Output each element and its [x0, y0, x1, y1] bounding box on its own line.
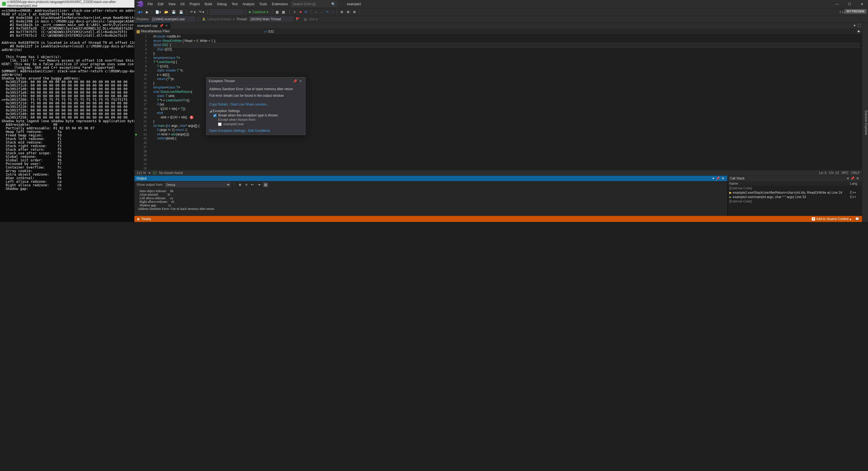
tb-icon-2[interactable]: ▦ — [281, 9, 286, 14]
thread-combo[interactable]: [30264] Main Thread — [249, 16, 293, 22]
tb-extra-2[interactable]: ⚙ — [346, 9, 351, 14]
callstack-pin-icon[interactable]: 📌 — [849, 176, 856, 180]
exception-pin-icon[interactable]: 📌 — [292, 79, 298, 83]
nav-split-button[interactable]: ✚ — [857, 29, 861, 34]
process-combo[interactable]: [13464] example2.exe — [151, 16, 195, 22]
redo-button[interactable]: ↷ ▾ — [198, 9, 205, 14]
menu-view[interactable]: View — [166, 0, 178, 8]
open-exception-settings-link[interactable]: Open Exception Settings — [209, 129, 245, 133]
copy-details-link[interactable]: Copy Details — [209, 102, 228, 106]
tb-extra-1[interactable]: ⚙ — [339, 9, 344, 14]
undo-button[interactable]: ↶ ▾ — [189, 9, 196, 14]
add-source-control[interactable]: Add to Source Control — [816, 217, 848, 221]
menu-debug[interactable]: Debug — [215, 0, 229, 8]
tab-dropdown-button[interactable]: ▾ — [852, 23, 857, 29]
nav-member[interactable]: ▭S32 — [263, 30, 275, 33]
except-item-checkbox[interactable] — [218, 123, 222, 126]
output-title: Output — [136, 176, 147, 180]
output-body[interactable]: Intra object redzone: bb ASan internal: … — [134, 188, 727, 216]
exception-close-icon[interactable]: ✕ — [298, 79, 303, 83]
search-box[interactable]: Search (Ctrl+Q) 🔍 — [291, 1, 337, 7]
zoom-level[interactable]: 111 % — [136, 171, 146, 175]
break-checkbox[interactable] — [213, 114, 217, 117]
fold-column[interactable] — [150, 35, 153, 170]
console-body[interactable]: ==13464==ERROR: AddressSanitizer: stack-… — [0, 8, 134, 192]
close-button[interactable]: ✕ — [856, 0, 868, 8]
live-share-link[interactable]: Start Live Share session... — [230, 102, 269, 106]
console-titlebar[interactable]: c:\MSDN\cpp-docs-pr\docs\c-language\ASAN… — [0, 0, 134, 8]
stack-frame-button[interactable]: ▦ — [303, 17, 308, 22]
vs-titlebar[interactable]: File Edit View Git Project Build Debug T… — [134, 0, 868, 8]
show-output-combo[interactable]: Debug — [165, 182, 230, 188]
menu-git[interactable]: Git — [178, 0, 187, 8]
save-button[interactable]: 💾 — [170, 9, 177, 14]
output-indent-icon[interactable]: ⇥ — [256, 182, 261, 187]
console-window: c:\MSDN\cpp-docs-pr\docs\c-language\ASAN… — [0, 0, 134, 222]
save-all-button[interactable]: 💾 — [178, 9, 184, 14]
output-close-icon[interactable]: ✕ — [721, 176, 725, 180]
callstack-dropdown-icon[interactable]: ▾ — [846, 176, 849, 180]
output-toggle-icon[interactable]: ≡ — [244, 182, 248, 187]
menu-tools[interactable]: Tools — [257, 0, 269, 8]
plus-icon[interactable]: + — [812, 217, 815, 221]
callstack-close-icon[interactable]: ✕ — [856, 176, 860, 180]
step-over-button[interactable]: ↷ — [325, 9, 330, 14]
status-ready: Ready — [142, 217, 151, 221]
lifecycle-label[interactable]: Lifecycle Events — [208, 17, 231, 21]
step-into-button[interactable]: ↓ — [320, 9, 323, 14]
restart-button[interactable]: ⟳ — [304, 9, 309, 14]
col-lang[interactable]: Lang — [848, 181, 862, 186]
side-tab-solution-explorer[interactable]: Solution Explorer — [864, 110, 868, 135]
config-combo[interactable] — [210, 9, 243, 15]
callstack-row[interactable]: [External Code] — [727, 186, 862, 191]
nav-back-button[interactable]: ◀ ▾ — [136, 9, 144, 14]
hex-label[interactable]: hex ▾ — [310, 17, 317, 21]
tab-fullscreen-button[interactable]: ⛶ — [857, 23, 862, 29]
menu-analyze[interactable]: Analyze — [241, 0, 257, 8]
output-pin-icon[interactable]: 📌 — [715, 176, 721, 180]
break-checkbox-row[interactable]: Break when this exception type is thrown — [209, 113, 303, 118]
edit-conditions-link[interactable]: Edit Conditions — [248, 129, 271, 133]
show-next-statement-button[interactable]: → — [313, 9, 319, 14]
open-button[interactable]: 📂 — [163, 9, 169, 14]
debug-toolbar: Process: [13464] example2.exe 🚴 Lifecycl… — [134, 16, 868, 23]
output-autoscroll-icon[interactable]: ▤ — [263, 182, 268, 187]
callstack-row[interactable]: ▶example2.exe!StackUseAfterReturn<char>(… — [727, 191, 862, 195]
exception-settings-header[interactable]: ◢ Exception Settings — [209, 109, 303, 113]
menu-test[interactable]: Test — [229, 0, 240, 8]
pin-icon[interactable]: 📌 — [159, 24, 163, 28]
callstack-row[interactable]: ▶example2.exe!main(int argc, char * * ar… — [727, 195, 862, 199]
break-all-button[interactable]: ⏸ — [292, 9, 297, 14]
callstack-row[interactable]: [External Code] — [727, 199, 862, 204]
stop-button[interactable]: ■ — [299, 9, 303, 14]
menu-edit[interactable]: Edit — [155, 0, 166, 8]
except-item-row[interactable]: example2.exe — [209, 122, 303, 127]
minimize-button[interactable]: — — [831, 0, 843, 8]
callstack-rows[interactable]: [External Code]▶example2.exe!StackUseAft… — [727, 186, 862, 216]
tb-extra-3[interactable]: ⚙ — [352, 9, 357, 14]
tab-close-icon[interactable]: ✕ — [165, 24, 168, 28]
lifecycle-icon[interactable]: 🚴 — [202, 17, 206, 21]
nav-fwd-button[interactable]: ▶ — [145, 9, 150, 14]
menu-build[interactable]: Build — [203, 0, 214, 8]
nav-scope[interactable]: Miscellaneous Files — [135, 29, 171, 33]
search-placeholder: Search (Ctrl+Q) — [292, 2, 316, 6]
tab-example2-cpp[interactable]: example2.cpp 📌 ✕ — [134, 23, 170, 29]
output-clear-icon[interactable]: ≣ — [238, 182, 242, 187]
menu-project[interactable]: Project — [187, 0, 202, 8]
new-project-button[interactable]: 📄▾ — [154, 9, 162, 14]
menu-extensions[interactable]: Extensions — [270, 0, 290, 8]
output-wrap-icon[interactable]: ↩ — [250, 182, 255, 187]
col-name[interactable]: Name — [727, 181, 848, 186]
output-dropdown-icon[interactable]: ▾ — [712, 176, 715, 180]
step-out-button[interactable]: ↑ — [331, 9, 335, 14]
issues-label[interactable]: No issues found — [159, 171, 183, 175]
maximize-button[interactable]: ☐ — [843, 0, 856, 8]
menu-file[interactable]: File — [145, 0, 155, 8]
notification-icon[interactable]: 💬 — [855, 217, 859, 221]
tb-icon-1[interactable]: ▦ — [275, 9, 280, 14]
code-editor[interactable]: ◆ 12345678910111213141516171819202122232… — [134, 35, 862, 170]
continue-button[interactable]: ▶Continue ▾ — [247, 9, 270, 14]
error-icon[interactable] — [190, 115, 193, 119]
flag-button[interactable]: 🚩 — [295, 17, 301, 22]
